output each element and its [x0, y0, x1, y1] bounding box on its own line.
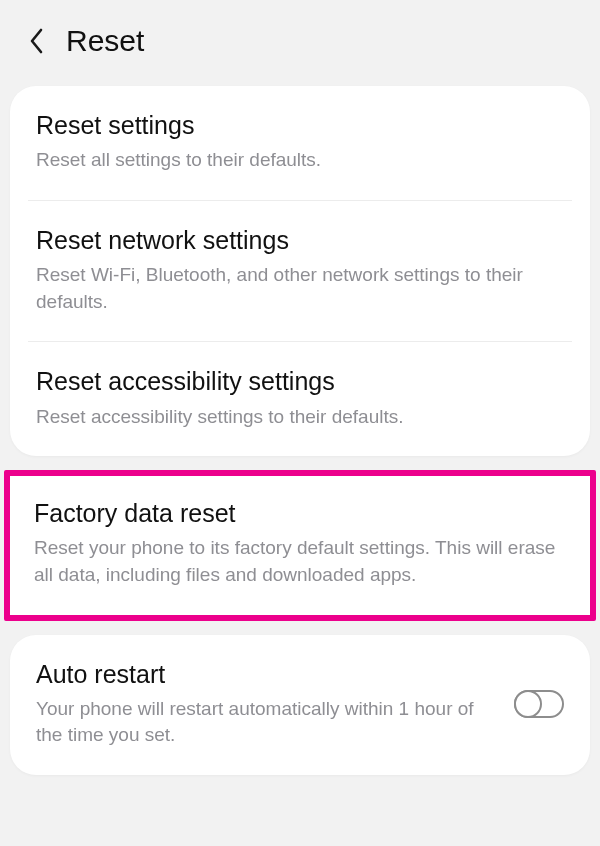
back-icon[interactable] — [28, 27, 44, 55]
page-header: Reset — [0, 0, 600, 76]
page-title: Reset — [66, 24, 144, 58]
item-title: Reset accessibility settings — [36, 366, 564, 397]
reset-network-settings-item[interactable]: Reset network settings Reset Wi-Fi, Blue… — [10, 201, 590, 341]
reset-settings-item[interactable]: Reset settings Reset all settings to the… — [10, 86, 590, 200]
factory-data-reset-highlight: Factory data reset Reset your phone to i… — [4, 470, 596, 620]
auto-restart-toggle[interactable] — [514, 690, 564, 718]
factory-data-reset-item[interactable]: Factory data reset Reset your phone to i… — [10, 476, 590, 614]
toggle-knob — [514, 690, 542, 718]
item-desc: Reset your phone to its factory default … — [34, 535, 566, 588]
reset-options-card: Reset settings Reset all settings to the… — [10, 86, 590, 456]
item-desc: Your phone will restart automatically wi… — [36, 696, 494, 749]
auto-restart-card: Auto restart Your phone will restart aut… — [10, 635, 590, 775]
item-title: Reset network settings — [36, 225, 564, 256]
auto-restart-item[interactable]: Auto restart Your phone will restart aut… — [10, 635, 590, 775]
reset-accessibility-settings-item[interactable]: Reset accessibility settings Reset acces… — [10, 342, 590, 456]
item-title: Factory data reset — [34, 498, 566, 529]
item-title: Auto restart — [36, 659, 494, 690]
item-desc: Reset Wi-Fi, Bluetooth, and other networ… — [36, 262, 564, 315]
item-desc: Reset all settings to their defaults. — [36, 147, 564, 174]
auto-restart-text: Auto restart Your phone will restart aut… — [36, 659, 494, 749]
item-title: Reset settings — [36, 110, 564, 141]
item-desc: Reset accessibility settings to their de… — [36, 404, 564, 431]
